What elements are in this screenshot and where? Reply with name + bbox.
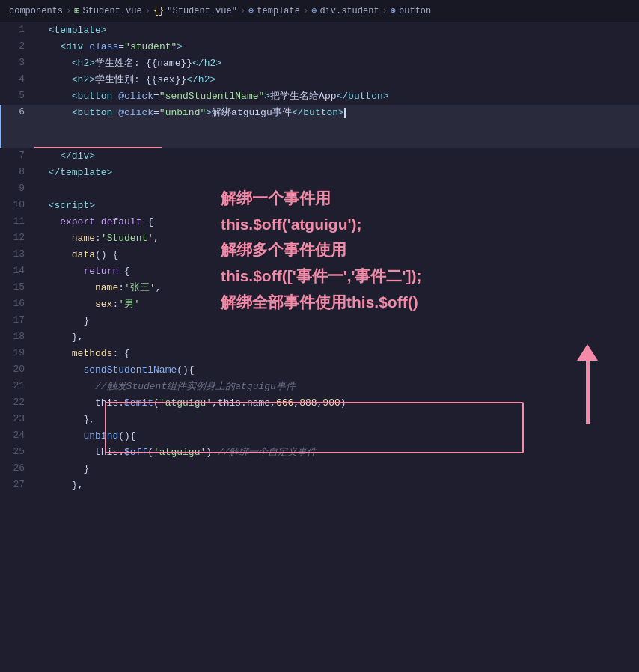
code-line-24: 24 unbind(){ (0, 428, 639, 445)
line-content-22: this.$emit('atguigu',this.name,666,888,9… (34, 395, 639, 412)
line-num-10: 10 (0, 198, 34, 210)
line-num-8: 8 (0, 165, 34, 177)
line-content-2: <div class="student"> (34, 39, 639, 55)
line-num-23: 23 (0, 412, 34, 424)
code-line-8: 8 </template> (0, 165, 639, 181)
breadcrumb-sep1: › (66, 6, 71, 16)
line-content-23: }, (34, 412, 639, 428)
line-content-5: <button @click="sendStudentlName">把学生名给A… (34, 88, 639, 105)
breadcrumb-button: button (399, 6, 431, 16)
code-line-26: 26 } (0, 461, 639, 477)
code-line-27: 27 }, (0, 477, 639, 494)
line-num-2: 2 (0, 39, 34, 52)
line-num-16: 16 (0, 296, 34, 309)
line-num-4: 4 (0, 72, 34, 85)
line-num-21: 21 (0, 379, 34, 391)
annotation-overlay: 解绑一个事件用 this.$off('atguigu'); 解绑多个事件使用 t… (221, 186, 421, 315)
line-content-21: //触发Student组件实例身上的atguigu事件 (34, 379, 639, 395)
code-line-25: 25 this.$off('atguigu') //解绑一个自定义事件 (0, 445, 639, 461)
line-content-1: <template> (34, 22, 639, 39)
line-content-7: </div> (34, 148, 639, 165)
line-content-8: </template> (34, 165, 639, 181)
breadcrumb: components › ⊞ Student.vue › {} "Student… (0, 0, 639, 22)
line-content-18: }, (34, 329, 639, 346)
line-num-20: 20 (0, 362, 34, 375)
breadcrumb-components: components (9, 6, 63, 16)
line-content-24: unbind(){ (34, 428, 639, 445)
breadcrumb-sep3: › (240, 6, 245, 16)
active-line-indicator (0, 105, 1, 148)
line-content-25: this.$off('atguigu') //解绑一个自定义事件 (34, 445, 639, 461)
line-content-27: }, (34, 477, 639, 494)
code-line-4: 4 <h2>学生性别: {{sex}}</h2> (0, 72, 639, 88)
code-line-23: 23 }, (0, 412, 639, 428)
code-line-22: 22 this.$emit('atguigu',this.name,666,88… (0, 395, 639, 412)
arrow-container (577, 344, 598, 424)
line-num-15: 15 (0, 280, 34, 293)
breadcrumb-sep5: › (382, 6, 388, 16)
annotation-line3: 解绑多个事件使用 (221, 237, 421, 263)
line-num-9: 9 (0, 181, 34, 194)
line-num-27: 27 (0, 477, 34, 490)
code-line-2: 2 <div class="student"> (0, 39, 639, 55)
annotation-line2: this.$off('atguigu'); (221, 212, 421, 238)
breadcrumb-sep2: › (145, 6, 150, 16)
line-num-13: 13 (0, 247, 34, 260)
breadcrumb-div-student: div.student (320, 6, 379, 16)
line-num-7: 7 (0, 148, 34, 161)
line-num-18: 18 (0, 329, 34, 342)
breadcrumb-template-icon: ⊕ (248, 5, 254, 16)
line-content-20: sendStudentlName(){ (34, 362, 639, 379)
annotation-line4: this.$off(['事件一','事件二']); (221, 263, 421, 290)
arrow-stem (586, 361, 590, 424)
line-num-11: 11 (0, 214, 34, 227)
line-num-25: 25 (0, 445, 34, 457)
line-content-3: <h2>学生姓名: {{name}}</h2> (34, 55, 639, 72)
breadcrumb-div-icon: ⊕ (311, 5, 317, 16)
line-content-6: <button @click="unbind">解绑atguigu事件</but… (34, 105, 639, 148)
breadcrumb-sep4: › (303, 6, 308, 16)
breadcrumb-template: template (257, 6, 300, 16)
line-num-3: 3 (0, 55, 34, 68)
line-num-1: 1 (0, 22, 34, 35)
line-num-12: 12 (0, 230, 34, 243)
code-editor: 1 <template> 2 <div class="student"> 3 <… (0, 22, 639, 494)
breadcrumb-student-vue2: "Student.vue" (167, 6, 237, 16)
code-line-20: 20 sendStudentlName(){ (0, 362, 639, 379)
code-line-3: 3 <h2>学生姓名: {{name}}</h2> (0, 55, 639, 72)
arrow-head (577, 344, 598, 361)
code-line-5: 5 <button @click="sendStudentlName">把学生名… (0, 88, 639, 105)
breadcrumb-student-vue: Student.vue (82, 6, 141, 16)
code-line-17: 17 } (0, 313, 639, 329)
code-line-6: 6 <button @click="unbind">解绑atguigu事件</b… (0, 105, 639, 148)
annotation-line1: 解绑一个事件用 (221, 186, 421, 212)
breadcrumb-obj-icon: {} (153, 6, 164, 16)
code-line-19: 19 methods: { (0, 346, 639, 362)
code-line-18: 18 }, (0, 329, 639, 346)
breadcrumb-btn-icon: ⊕ (391, 5, 396, 16)
line-num-6: 6 (0, 105, 34, 117)
line-content-17: } (34, 313, 639, 329)
code-line-1: 1 <template> (0, 22, 639, 39)
line-num-17: 17 (0, 313, 34, 326)
line-num-5: 5 (0, 88, 34, 101)
breadcrumb-vue-icon: ⊞ (74, 5, 79, 16)
code-line-7: 7 </div> (0, 148, 639, 165)
code-line-21: 21 //触发Student组件实例身上的atguigu事件 (0, 379, 639, 395)
line-content-26: } (34, 461, 639, 477)
line-num-22: 22 (0, 395, 34, 408)
line-num-19: 19 (0, 346, 34, 358)
line-num-24: 24 (0, 428, 34, 441)
annotation-line5: 解绑全部事件使用this.$off() (221, 290, 421, 316)
line-num-26: 26 (0, 461, 34, 474)
line-content-19: methods: { (34, 346, 639, 362)
line-num-14: 14 (0, 263, 34, 276)
line-content-4: <h2>学生性别: {{sex}}</h2> (34, 72, 639, 88)
